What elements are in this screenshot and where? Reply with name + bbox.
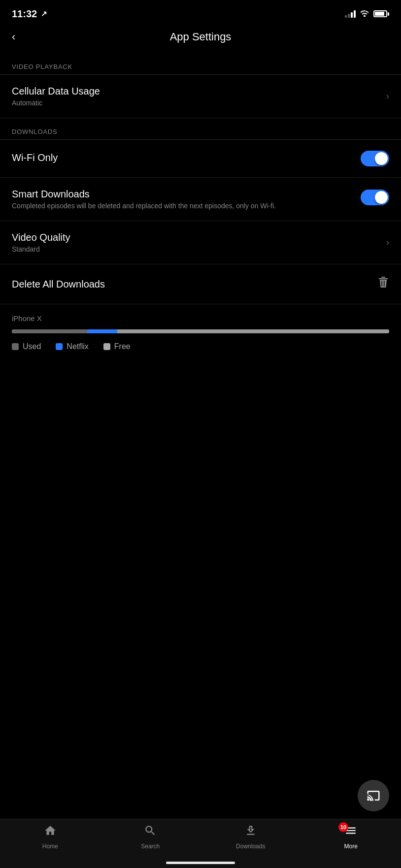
home-indicator — [166, 862, 235, 864]
video-playback-section-label: VIDEO PLAYBACK — [0, 53, 401, 74]
nav-more[interactable]: 10 More — [301, 824, 401, 850]
status-icons — [345, 9, 389, 19]
delete-all-downloads-row[interactable]: Delete All Downloads — [0, 264, 401, 304]
legend-free: Free — [103, 342, 131, 351]
wifi-only-toggle[interactable] — [361, 151, 389, 166]
storage-bar-netflix — [87, 329, 117, 333]
smart-downloads-row[interactable]: Smart Downloads Completed episodes will … — [0, 178, 401, 221]
chevron-right-icon2: › — [386, 237, 389, 248]
storage-section: iPhone X Used Netflix Free — [0, 304, 401, 359]
status-bar: 11:32 ↗ — [0, 0, 401, 25]
legend-netflix: Netflix — [56, 342, 88, 351]
battery-icon — [373, 10, 389, 17]
chevron-right-icon: › — [386, 91, 389, 101]
smart-downloads-subtitle: Completed episodes will be deleted and r… — [12, 202, 355, 210]
nav-search[interactable]: Search — [100, 824, 201, 850]
back-button[interactable]: ‹ — [12, 31, 15, 43]
smart-downloads-toggle[interactable] — [361, 190, 389, 205]
toggle-knob2 — [375, 191, 388, 204]
nav-more-label: More — [344, 843, 358, 850]
cellular-data-title: Cellular Data Usage — [12, 86, 380, 97]
delete-all-title: Delete All Downloads — [12, 279, 105, 290]
legend-netflix-label: Netflix — [67, 342, 88, 351]
storage-legend: Used Netflix Free — [12, 342, 389, 351]
signal-strength-icon — [345, 10, 356, 18]
legend-free-label: Free — [114, 342, 131, 351]
trash-icon[interactable] — [377, 276, 389, 292]
legend-used-label: Used — [23, 342, 41, 351]
nav-home-label: Home — [42, 843, 58, 850]
device-name: iPhone X — [12, 314, 389, 322]
location-icon: ↗ — [41, 9, 47, 18]
storage-bar-free — [117, 329, 389, 333]
search-icon — [144, 824, 157, 840]
cast-icon — [366, 788, 381, 803]
video-quality-row[interactable]: Video Quality Standard › — [0, 221, 401, 264]
cellular-data-subtitle: Automatic — [12, 99, 380, 107]
video-quality-subtitle: Standard — [12, 245, 380, 253]
toggle-knob — [375, 152, 388, 165]
nav-search-label: Search — [141, 843, 160, 850]
legend-dot-free — [103, 343, 110, 350]
wifi-only-row[interactable]: Wi-Fi Only — [0, 140, 401, 178]
nav-home[interactable]: Home — [0, 824, 100, 850]
bottom-nav: Home Search Downloads 10 More — [0, 819, 401, 868]
status-time: 11:32 ↗ — [12, 8, 47, 20]
storage-bar — [12, 329, 389, 333]
wifi-icon — [360, 9, 369, 19]
nav-downloads-label: Downloads — [236, 843, 265, 850]
nav-downloads[interactable]: Downloads — [200, 824, 301, 850]
legend-used: Used — [12, 342, 41, 351]
page-title: App Settings — [170, 31, 232, 43]
downloads-icon — [244, 824, 257, 840]
downloads-section-label: DOWNLOADS — [0, 118, 401, 139]
legend-dot-used — [12, 343, 19, 350]
legend-dot-netflix — [56, 343, 63, 350]
storage-bar-used — [12, 329, 87, 333]
wifi-only-title: Wi-Fi Only — [12, 152, 361, 163]
time-display: 11:32 — [12, 8, 37, 20]
cast-button[interactable] — [358, 780, 389, 811]
smart-downloads-title: Smart Downloads — [12, 189, 355, 200]
cellular-data-usage-row[interactable]: Cellular Data Usage Automatic › — [0, 75, 401, 118]
home-icon — [44, 824, 57, 840]
video-quality-title: Video Quality — [12, 232, 380, 243]
app-header: ‹ App Settings — [0, 25, 401, 53]
